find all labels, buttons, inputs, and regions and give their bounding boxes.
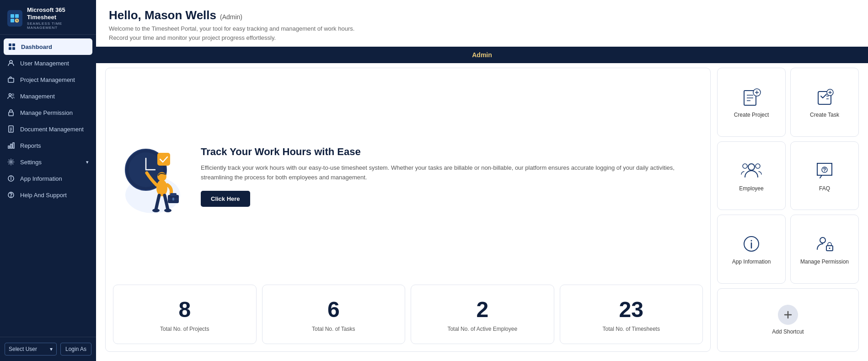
svg-rect-5 [12, 43, 15, 46]
subtitle-line1: Welcome to the Timesheet Portal, your to… [109, 25, 354, 32]
briefcase-icon [7, 76, 16, 83]
action-create-task-label: Create Task [810, 112, 839, 118]
stat-projects-value: 8 [178, 299, 191, 321]
sidebar-footer: Select User ▾ Login As [0, 337, 96, 361]
logo-text: Microsoft 365 Timesheet SEAMLESS TIME MA… [27, 6, 89, 30]
action-faq-label: FAQ [819, 185, 830, 192]
sidebar-item-user-management[interactable]: User Management [0, 55, 96, 71]
svg-point-8 [10, 60, 12, 63]
stat-tasks-value: 6 [327, 299, 340, 321]
greeting-name: Hello, Mason Wells [109, 8, 216, 22]
action-create-project-label: Create Project [734, 112, 769, 118]
stat-card-active-employees: 2 Total No. of Active Employee [411, 285, 554, 344]
sidebar-item-management[interactable]: Management [0, 88, 96, 104]
sidebar-item-reports-label: Reports [20, 142, 41, 149]
stat-active-employees-value: 2 [476, 299, 488, 321]
click-here-button[interactable]: Click Here [201, 191, 250, 207]
manage-perm-icon [814, 233, 836, 255]
svg-rect-4 [9, 43, 11, 46]
svg-point-58 [824, 171, 825, 172]
stat-card-projects: 8 Total No. of Projects [113, 285, 257, 344]
admin-banner: Admin [96, 47, 868, 63]
action-card-create-project[interactable]: Create Project [717, 68, 786, 137]
select-user-button[interactable]: Select User ▾ [5, 343, 57, 356]
stat-card-timesheets: 23 Total No. of Timesheets [560, 285, 703, 344]
svg-rect-12 [9, 112, 13, 116]
create-project-icon [740, 86, 762, 108]
stat-timesheets-value: 23 [619, 299, 643, 321]
stats-row: 8 Total No. of Projects 6 Total No. of T… [106, 285, 710, 351]
svg-point-20 [10, 161, 12, 163]
action-card-app-information[interactable]: App Information [717, 215, 786, 284]
sidebar-item-project-management-label: Project Management [20, 76, 75, 83]
select-user-label: Select User [9, 346, 37, 352]
sidebar-item-dashboard[interactable]: Dashboard [4, 38, 92, 55]
admin-banner-label: Admin [472, 51, 492, 59]
sidebar-item-settings[interactable]: Settings ▾ [0, 154, 96, 170]
grid-icon [8, 43, 16, 50]
main-content: Hello, Mason Wells (Admin) Welcome to th… [96, 0, 868, 361]
svg-rect-0 [11, 14, 14, 18]
login-as-button[interactable]: Login As [60, 343, 91, 356]
sidebar-logo: Microsoft 365 Timesheet SEAMLESS TIME MA… [0, 0, 96, 35]
svg-rect-37 [170, 193, 177, 196]
lock-icon [7, 109, 16, 116]
hero-title: Track Your Work Hours with Ease [201, 146, 697, 158]
action-card-create-task[interactable]: Create Task [790, 68, 859, 137]
svg-point-54 [755, 164, 760, 168]
sidebar-item-management-label: Management [20, 93, 55, 100]
main-header: Hello, Mason Wells (Admin) Welcome to th… [96, 0, 868, 47]
action-app-information-label: App Information [732, 259, 771, 265]
action-card-employee[interactable]: Employee [717, 141, 786, 210]
faq-icon [814, 160, 836, 182]
svg-rect-1 [15, 14, 19, 18]
sidebar-item-project-management[interactable]: Project Management [0, 71, 96, 88]
svg-point-55 [743, 164, 747, 168]
content-area: Track Your Work Hours with Ease Efficien… [96, 68, 868, 361]
svg-point-61 [751, 240, 752, 242]
stat-tasks-label: Total No. of Tasks [312, 325, 355, 333]
sidebar-item-help-support-label: Help And Support [20, 192, 67, 199]
svg-point-10 [9, 94, 11, 96]
hero-description: Efficiently track your work hours with o… [201, 163, 697, 183]
action-card-faq[interactable]: FAQ [790, 141, 859, 210]
svg-rect-6 [9, 47, 11, 50]
quick-actions-grid: Create Project Create Task [717, 68, 859, 352]
stat-projects-label: Total No. of Projects [160, 325, 209, 333]
svg-rect-9 [8, 78, 14, 82]
sidebar-item-app-information[interactable]: App Information [0, 170, 96, 187]
svg-rect-56 [817, 163, 832, 175]
greeting-row: Hello, Mason Wells (Admin) [109, 8, 855, 22]
greeting-role: (Admin) [220, 13, 242, 21]
sidebar-item-help-support[interactable]: Help And Support [0, 187, 96, 203]
sidebar-item-reports[interactable]: Reports [0, 137, 96, 154]
sidebar-item-user-management-label: User Management [20, 60, 69, 67]
sidebar-item-document-management-label: Document Management [20, 126, 84, 133]
sidebar: Microsoft 365 Timesheet SEAMLESS TIME MA… [0, 0, 96, 361]
svg-point-11 [12, 94, 14, 96]
stat-timesheets-label: Total No. of Timesheets [603, 325, 660, 333]
chevron-down-icon: ▾ [86, 159, 89, 165]
subtitle-line2: Record your time and monitor your projec… [109, 34, 276, 41]
action-card-manage-permission[interactable]: Manage Permission [790, 215, 859, 284]
stat-active-employees-label: Total No. of Active Employee [447, 325, 517, 333]
svg-point-23 [11, 177, 11, 178]
logo-subtitle: Timesheet [27, 14, 89, 21]
logo-title: Microsoft 365 [27, 6, 89, 14]
svg-point-53 [748, 164, 755, 170]
sidebar-item-document-management[interactable]: Document Management [0, 121, 96, 137]
svg-rect-13 [9, 126, 13, 132]
svg-point-35 [164, 209, 171, 212]
sidebar-item-manage-permission-label: Manage Permission [20, 109, 73, 116]
action-card-add-shortcut[interactable]: Add Shortcut [717, 288, 859, 352]
stat-card-tasks: 6 Total No. of Tasks [262, 285, 406, 344]
svg-rect-19 [13, 143, 14, 148]
action-employee-label: Employee [739, 185, 763, 192]
svg-rect-18 [11, 144, 12, 148]
doc-icon [7, 125, 16, 133]
person-icon [7, 59, 16, 67]
login-as-label: Login As [65, 346, 86, 352]
sidebar-item-manage-permission[interactable]: Manage Permission [0, 104, 96, 121]
sidebar-item-settings-label: Settings [20, 159, 42, 166]
sidebar-item-dashboard-label: Dashboard [21, 43, 52, 50]
